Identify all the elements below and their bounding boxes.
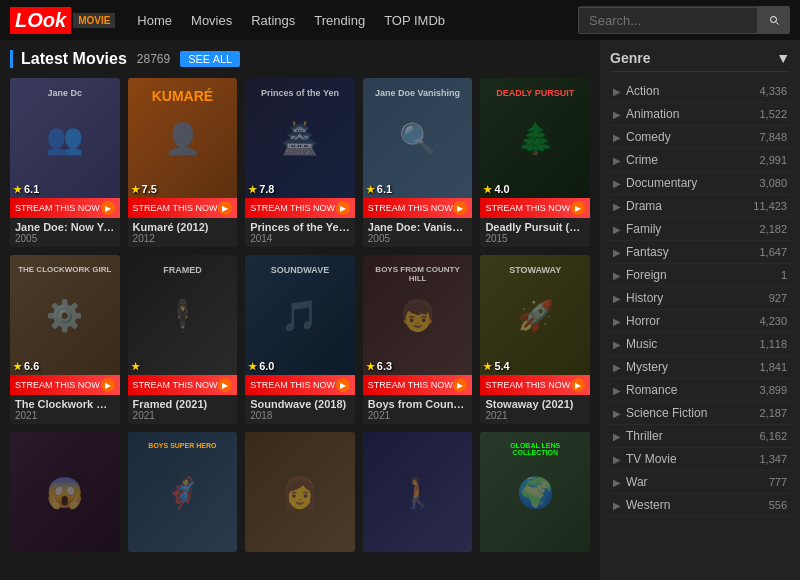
genre-item-comedy[interactable]: ▶ Comedy 7,848 [610,126,790,149]
movie-poster: 🏯 Princes of the Yen ★ 7.8 [245,78,355,198]
movie-card-jane1[interactable]: 👥 Jane Dc ★ 6.1 STREAM THIS NOW ▶ Jane D… [10,78,120,247]
stream-button[interactable]: STREAM THIS NOW ▶ [480,198,590,218]
rating-value: 6.1 [377,183,392,195]
movie-year: 2021 [133,410,233,421]
genre-item-family[interactable]: ▶ Family 2,182 [610,218,790,241]
movie-card-boys[interactable]: 👦 BOYS FROM COUNTY HILL ★ 6.3 STREAM THI… [363,255,473,424]
star-icon: ★ [248,361,257,372]
genre-item-foreign[interactable]: ▶ Foreign 1 [610,264,790,287]
play-icon: ▶ [218,201,232,215]
genre-count: 777 [769,476,787,488]
movie-card-p14[interactable]: 🚶 [363,432,473,552]
nav-home[interactable]: Home [135,8,174,33]
movie-poster: 👥 Jane Dc ★ 6.1 [10,78,120,198]
stream-label: STREAM THIS NOW [15,203,100,213]
movie-card-p13[interactable]: 👩 [245,432,355,552]
genre-header: Genre ▼ [610,50,790,72]
genre-item-horror[interactable]: ▶ Horror 4,230 [610,310,790,333]
nav-top-imdb[interactable]: TOP IMDb [382,8,447,33]
genre-name: Action [626,84,659,98]
genre-name: Western [626,498,670,512]
genre-item-music[interactable]: ▶ Music 1,118 [610,333,790,356]
search-button[interactable] [758,6,790,34]
genre-item-drama[interactable]: ▶ Drama 11,423 [610,195,790,218]
stream-button[interactable]: STREAM THIS NOW ▶ [480,375,590,395]
poster-title-text: FRAMED [128,260,238,280]
movie-rating: ★ 5.4 [483,360,509,372]
stream-button[interactable]: STREAM THIS NOW ▶ [128,375,238,395]
poster-title-text: THE CLOCKWORK GIRL [10,260,120,279]
genre-item-history[interactable]: ▶ History 927 [610,287,790,310]
movie-card-p15[interactable]: 🌍 GLOBAL LENSCOLLECTION [480,432,590,552]
genre-left: ▶ Family [613,222,661,236]
genre-left: ▶ TV Movie [613,452,677,466]
genre-item-war[interactable]: ▶ War 777 [610,471,790,494]
genre-item-science-fiction[interactable]: ▶ Science Fiction 2,187 [610,402,790,425]
genre-left: ▶ Comedy [613,130,671,144]
genre-left: ▶ Music [613,337,657,351]
genre-item-western[interactable]: ▶ Western 556 [610,494,790,517]
search-input[interactable] [578,7,758,34]
genre-name: Crime [626,153,658,167]
stream-button[interactable]: STREAM THIS NOW ▶ [363,198,473,218]
movie-card-deadly[interactable]: 🌲 DEADLY PURSUIT ★ 4.0 STREAM THIS NOW ▶… [480,78,590,247]
movie-card-soundwave[interactable]: 🎵 SOUNDWAVE ★ 6.0 STREAM THIS NOW ▶ Soun… [245,255,355,424]
movie-title: Deadly Pursuit (2015) [485,221,585,233]
movie-card-jane2[interactable]: 🔍 Jane Doe Vanishing ★ 6.1 STREAM THIS N… [363,78,473,247]
poster-figure: 🚶 [363,432,473,552]
genre-item-thriller[interactable]: ▶ Thriller 6,162 [610,425,790,448]
stream-button[interactable]: STREAM THIS NOW ▶ [10,198,120,218]
movie-title: Kumaré (2012) [133,221,233,233]
stream-button[interactable]: STREAM THIS NOW ▶ [128,198,238,218]
movie-card-p11[interactable]: 😱 [10,432,120,552]
genre-count: 2,187 [759,407,787,419]
genre-item-crime[interactable]: ▶ Crime 2,991 [610,149,790,172]
stream-button[interactable]: STREAM THIS NOW ▶ [245,375,355,395]
genre-item-animation[interactable]: ▶ Animation 1,522 [610,103,790,126]
genre-dropdown-icon[interactable]: ▼ [776,50,790,66]
see-all-button[interactable]: SEE ALL [180,51,240,67]
stream-button[interactable]: STREAM THIS NOW ▶ [363,375,473,395]
movie-card-stowaway[interactable]: 🚀 STOWAWAY ★ 5.4 STREAM THIS NOW ▶ Stowa… [480,255,590,424]
genre-count: 1 [781,269,787,281]
nav-ratings[interactable]: Ratings [249,8,297,33]
genre-arrow-icon: ▶ [613,247,621,258]
genre-count: 7,848 [759,131,787,143]
movie-card-princes[interactable]: 🏯 Princes of the Yen ★ 7.8 STREAM THIS N… [245,78,355,247]
genre-item-tv-movie[interactable]: ▶ TV Movie 1,347 [610,448,790,471]
nav-trending[interactable]: Trending [312,8,367,33]
poster-title-text: SOUNDWAVE [245,260,355,280]
genre-left: ▶ Western [613,498,670,512]
movie-card-clockwork[interactable]: ⚙️ THE CLOCKWORK GIRL ★ 6.6 STREAM THIS … [10,255,120,424]
genre-count: 927 [769,292,787,304]
genre-name: Science Fiction [626,406,707,420]
genre-item-romance[interactable]: ▶ Romance 3,899 [610,379,790,402]
movie-poster: 🦸 BOYS SUPER HERO [128,432,238,552]
stream-button[interactable]: STREAM THIS NOW ▶ [10,375,120,395]
genre-item-action[interactable]: ▶ Action 4,336 [610,80,790,103]
genre-item-fantasy[interactable]: ▶ Fantasy 1,647 [610,241,790,264]
movie-card-p12[interactable]: 🦸 BOYS SUPER HERO [128,432,238,552]
play-icon: ▶ [453,201,467,215]
genre-name: Fantasy [626,245,669,259]
rating-value: 7.8 [259,183,274,195]
genre-name: TV Movie [626,452,677,466]
genre-item-documentary[interactable]: ▶ Documentary 3,080 [610,172,790,195]
movie-poster: 🌍 GLOBAL LENSCOLLECTION [480,432,590,552]
genre-left: ▶ Romance [613,383,677,397]
movie-info: Jane Doe: Vanishing... 2005 [363,218,473,247]
genre-arrow-icon: ▶ [613,270,621,281]
movie-card-framed[interactable]: 🕴️ FRAMED ★ STREAM THIS NOW ▶ Framed (20… [128,255,238,424]
movie-title: Jane Doe: Now You... [15,221,115,233]
genre-left: ▶ Crime [613,153,658,167]
stream-button[interactable]: STREAM THIS NOW ▶ [245,198,355,218]
movie-rating: ★ 6.6 [13,360,39,372]
genre-item-mystery[interactable]: ▶ Mystery 1,841 [610,356,790,379]
nav-movies[interactable]: Movies [189,8,234,33]
movie-year: 2015 [485,233,585,244]
logo[interactable]: LOok MOVIE [10,7,115,34]
movie-card-kumare[interactable]: 👤 KUMARÉ ★ 7.5 STREAM THIS NOW ▶ Kumaré … [128,78,238,247]
movie-year: 2018 [250,410,350,421]
movie-info: Princes of the Yen (... 2014 [245,218,355,247]
genre-arrow-icon: ▶ [613,109,621,120]
